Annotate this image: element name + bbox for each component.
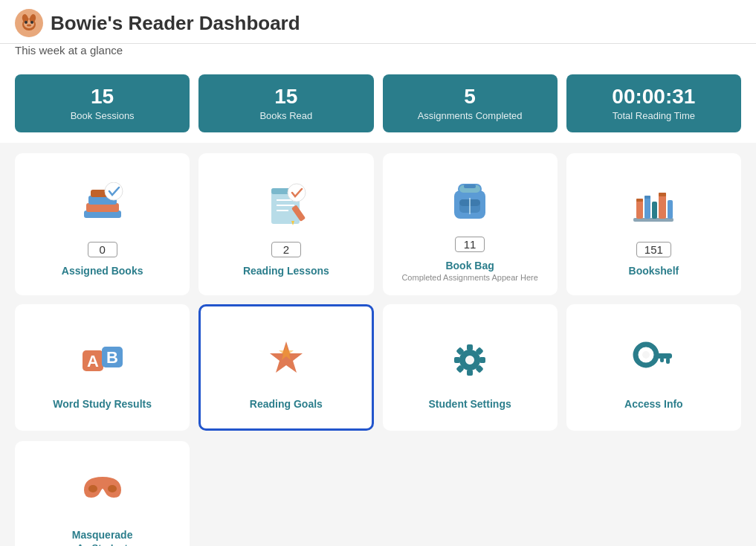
stat-label-0: Book Sessions (71, 110, 135, 121)
book-bag-icon (440, 171, 500, 231)
stat-books-read: 15 Books Read (198, 74, 373, 132)
book-bag-badge: 11 (455, 237, 485, 252)
svg-point-60 (108, 485, 117, 492)
header: Bowie's Reader Dashboard (0, 0, 756, 44)
svg-rect-58 (660, 358, 664, 362)
subheader: This week at a glance (0, 44, 756, 64)
page-title: Bowie's Reader Dashboard (51, 12, 300, 35)
svg-rect-48 (454, 357, 460, 363)
card-bookshelf[interactable]: 151 Bookshelf (566, 153, 741, 295)
svg-point-6 (30, 21, 33, 24)
svg-point-59 (88, 485, 97, 492)
subtitle-text: This week at a glance (15, 44, 123, 57)
bookshelf-icon (624, 176, 683, 236)
svg-rect-34 (652, 202, 657, 219)
card-masquerade[interactable]: Masquerade As Student (15, 441, 190, 546)
stat-number-0: 15 (22, 85, 182, 109)
card-word-study[interactable]: A B Word Study Results (15, 304, 190, 431)
assigned-books-title: Assigned Books (62, 265, 143, 277)
svg-rect-47 (467, 370, 473, 376)
svg-point-5 (25, 21, 28, 24)
svg-rect-30 (636, 199, 643, 219)
stats-row: 15 Book Sessions 15 Books Read 5 Assignm… (0, 64, 756, 143)
assigned-books-icon (73, 176, 132, 236)
svg-point-45 (466, 356, 474, 364)
svg-rect-46 (467, 344, 473, 350)
access-info-title: Access Info (624, 398, 683, 410)
svg-rect-35 (659, 193, 666, 219)
card-student-settings[interactable]: Student Settings (383, 304, 558, 431)
svg-rect-57 (666, 358, 670, 364)
access-info-icon (624, 330, 683, 389)
assigned-books-badge: 0 (88, 242, 117, 257)
stat-reading-time: 00:00:31 Total Reading Time (566, 74, 741, 132)
svg-text:B: B (106, 348, 118, 367)
svg-rect-25 (464, 184, 476, 188)
reading-goals-icon (256, 330, 316, 389)
student-settings-title: Student Settings (429, 398, 511, 410)
card-assigned-books[interactable]: 0 Assigned Books (15, 153, 190, 295)
svg-point-7 (27, 25, 31, 27)
stat-label-1: Books Read (259, 110, 312, 121)
svg-rect-33 (644, 196, 650, 199)
stat-book-sessions: 15 Book Sessions (15, 74, 190, 132)
svg-text:A: A (87, 352, 99, 370)
svg-rect-49 (479, 357, 485, 363)
stat-number-2: 5 (390, 85, 550, 109)
card-reading-goals[interactable]: Reading Goals (198, 304, 373, 431)
student-settings-icon (440, 330, 500, 389)
card-book-bag[interactable]: 11 Book Bag Completed Assignments Appear… (383, 153, 558, 295)
card-access-info[interactable]: Access Info (566, 304, 741, 431)
book-bag-subtitle: Completed Assignments Appear Here (401, 273, 537, 282)
bookshelf-badge: 151 (636, 242, 671, 257)
svg-rect-36 (659, 193, 666, 196)
bottom-row: Masquerade As Student (0, 441, 756, 546)
card-reading-lessons[interactable]: 2 Reading Lessons (198, 153, 373, 295)
svg-rect-37 (668, 200, 673, 219)
svg-rect-31 (636, 199, 643, 202)
logo-icon (15, 9, 43, 37)
stat-assignments: 5 Assignments Completed (383, 74, 558, 132)
stat-number-1: 15 (206, 85, 366, 109)
svg-point-55 (642, 351, 650, 359)
reading-lessons-icon (256, 176, 316, 236)
bookshelf-title: Bookshelf (629, 265, 679, 277)
reading-lessons-badge: 2 (271, 242, 301, 257)
masquerade-title: Masquerade (72, 529, 133, 541)
masquerade-icon (73, 460, 132, 520)
stat-number-3: 00:00:31 (574, 85, 734, 109)
word-study-icon: A B (73, 330, 132, 389)
reading-lessons-title: Reading Lessons (243, 265, 329, 277)
reading-goals-title: Reading Goals (250, 398, 323, 410)
stat-label-2: Assignments Completed (418, 110, 523, 121)
stat-label-3: Total Reading Time (613, 110, 695, 121)
word-study-title: Word Study Results (53, 398, 152, 410)
main-grid: 0 Assigned Books 2 Reading L (0, 143, 756, 441)
svg-rect-56 (654, 353, 672, 359)
masquerade-subtitle: As Student (77, 542, 128, 547)
svg-rect-32 (644, 196, 650, 219)
book-bag-title: Book Bag (445, 260, 494, 272)
